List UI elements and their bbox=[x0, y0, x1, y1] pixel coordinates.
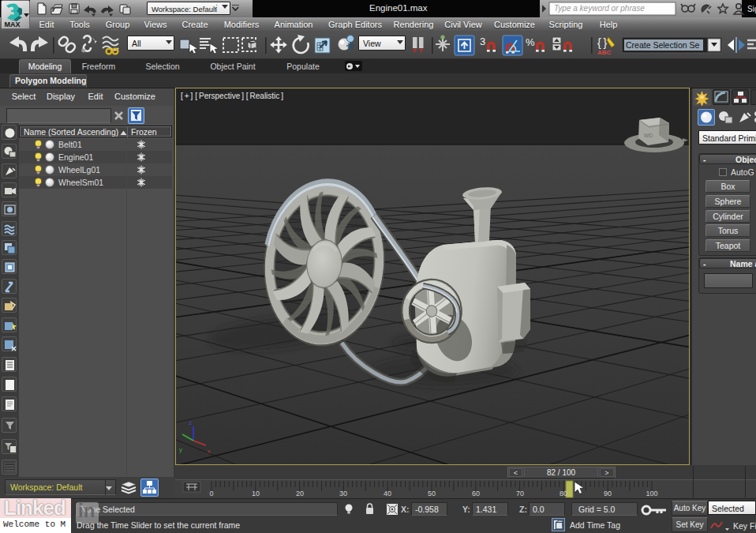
svg-text:%: % bbox=[526, 36, 535, 48]
svg-text:z: z bbox=[189, 419, 192, 426]
svg-text:MAX: MAX bbox=[5, 21, 21, 28]
svg-text:Sig: Sig bbox=[747, 5, 756, 13]
svg-text:y: y bbox=[179, 446, 182, 453]
svg-text:3: 3 bbox=[480, 36, 485, 47]
svg-text:x: x bbox=[208, 448, 211, 455]
svg-text:{ }: { } bbox=[597, 36, 607, 49]
svg-text:Create Selection Se: Create Selection Se bbox=[626, 40, 700, 50]
svg-text:ABC: ABC bbox=[597, 49, 612, 56]
svg-text:Type a keyword or phrase: Type a keyword or phrase bbox=[554, 4, 645, 13]
svg-text:WD: WD bbox=[644, 133, 653, 138]
